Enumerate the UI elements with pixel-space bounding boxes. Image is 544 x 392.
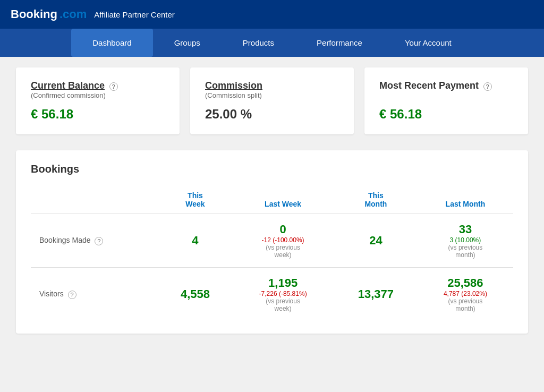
card-title-most-recent-payment: Most Recent Payment <box>379 80 479 91</box>
nav-item-performance[interactable]: Performance <box>295 29 384 57</box>
cell-visitors-last-month: 25,586 4,787 (23.02%) (vs previousmonth) <box>418 268 513 321</box>
nav-item-your-account[interactable]: Your Account <box>384 29 473 57</box>
card-value-commission: 25.00 % <box>205 107 339 122</box>
card-commission: Commission (Commission split) 25.00 % <box>190 67 354 134</box>
card-value-most-recent-payment: € 56.18 <box>379 107 513 122</box>
vs-visitors-last-month: (vs previousmonth) <box>448 297 483 312</box>
table-header-row: ThisWeek Last Week ThisMonth Last Month <box>31 186 513 214</box>
card-commission-title-row: Commission <box>205 80 339 91</box>
logo-com-text: .com <box>60 7 87 21</box>
cell-visitors-this-month: 13,377 <box>334 268 418 321</box>
card-subtitle-current-balance: (Confirmed commission) <box>31 91 165 99</box>
cell-visitors-this-week: 4,558 <box>159 268 232 321</box>
cell-bookings-made-this-month: 24 <box>334 214 418 268</box>
cell-bookings-made-last-month: 33 3 (10.00%) (vs previousmonth) <box>418 214 513 268</box>
card-subtitle-most-recent-payment <box>379 91 513 99</box>
row-label-bookings-made: Bookings Made ? <box>31 214 159 268</box>
table-row: Visitors ? 4,558 1,195 -7,226 (-85.81%) … <box>31 268 513 321</box>
delta-bookings-made-last-month: 3 (10.00%) <box>450 236 481 244</box>
logo-subtitle: Affiliate Partner Center <box>94 10 174 19</box>
bookings-section: Bookings ThisWeek Last Week ThisMonth La… <box>16 150 528 334</box>
card-value-current-balance: € 56.18 <box>31 107 165 122</box>
card-current-balance: Current Balance ? (Confirmed commission)… <box>16 67 180 134</box>
card-most-recent-payment: Most Recent Payment ? € 56.18 <box>364 67 528 134</box>
card-current-balance-title: Current Balance ? <box>31 80 165 91</box>
col-header-last-month: Last Month <box>418 186 513 214</box>
delta-visitors-last-month: 4,787 (23.02%) <box>444 290 487 297</box>
row-label-visitors: Visitors ? <box>31 268 159 321</box>
delta-visitors-last-week: -7,226 (-85.81%) <box>259 290 307 297</box>
vs-bookings-made-last-month: (vs previousmonth) <box>448 244 483 259</box>
col-header-last-week: Last Week <box>232 186 334 214</box>
bookings-table: ThisWeek Last Week ThisMonth Last Month … <box>31 186 513 321</box>
card-title-current-balance: Current Balance <box>31 80 105 91</box>
table-row: Bookings Made ? 4 0 -12 (-100.00%) (vs p… <box>31 214 513 268</box>
header: Booking.com Affiliate Partner Center <box>0 0 544 29</box>
vs-bookings-made-last-week: (vs previousweek) <box>266 244 300 259</box>
nav-item-dashboard[interactable]: Dashboard <box>71 29 152 57</box>
help-icon-visitors[interactable]: ? <box>68 291 76 299</box>
col-header-this-week: ThisWeek <box>159 186 232 214</box>
logo: Booking.com Affiliate Partner Center <box>11 7 175 21</box>
vs-visitors-last-week: (vs previousweek) <box>266 297 300 312</box>
card-subtitle-commission: (Commission split) <box>205 91 339 99</box>
main-content: Current Balance ? (Confirmed commission)… <box>0 57 544 344</box>
help-icon-bookings-made[interactable]: ? <box>95 237 103 245</box>
nav-item-groups[interactable]: Groups <box>153 29 222 57</box>
delta-bookings-made-last-week: -12 (-100.00%) <box>262 236 304 244</box>
cell-visitors-last-week: 1,195 -7,226 (-85.81%) (vs previousweek) <box>232 268 334 321</box>
card-title-commission: Commission <box>205 80 262 91</box>
logo-booking-text: Booking <box>11 7 57 21</box>
cell-bookings-made-last-week: 0 -12 (-100.00%) (vs previousweek) <box>232 214 334 268</box>
cell-bookings-made-this-week: 4 <box>159 214 232 268</box>
cards-row: Current Balance ? (Confirmed commission)… <box>16 67 528 134</box>
card-most-recent-payment-title-row: Most Recent Payment ? <box>379 80 513 91</box>
help-icon-current-balance[interactable]: ? <box>109 82 118 91</box>
col-header-this-month: ThisMonth <box>334 186 418 214</box>
nav: Dashboard Groups Products Performance Yo… <box>0 29 544 57</box>
nav-item-products[interactable]: Products <box>222 29 295 57</box>
help-icon-most-recent-payment[interactable]: ? <box>483 82 492 91</box>
col-header-empty <box>31 186 159 214</box>
bookings-section-title: Bookings <box>31 163 513 175</box>
